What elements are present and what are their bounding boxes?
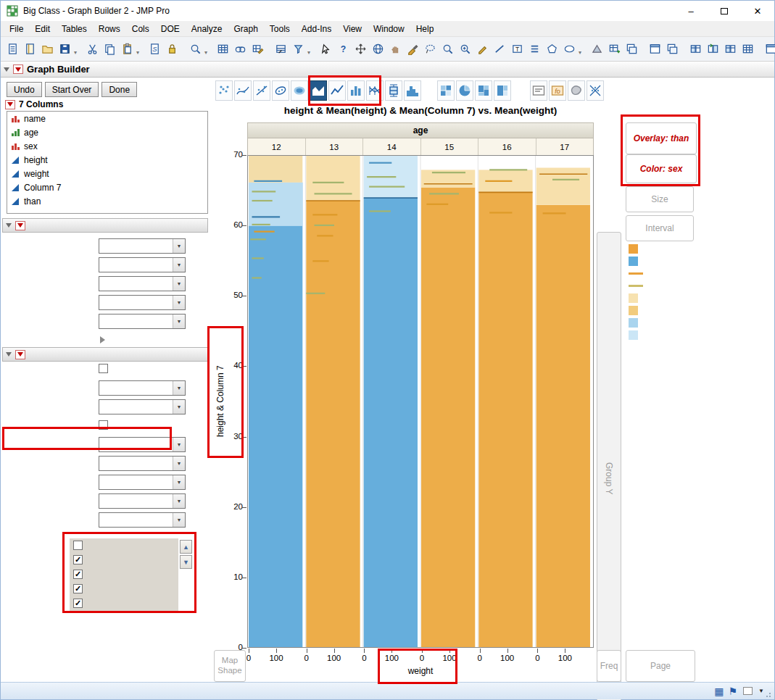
column-item-weight[interactable]: weight bbox=[7, 167, 207, 180]
variable-checkbox[interactable]: ✓ bbox=[73, 599, 83, 608]
find-table-icon[interactable] bbox=[231, 40, 249, 59]
collapse-triangle-icon[interactable] bbox=[6, 352, 12, 357]
column-item-than[interactable]: than bbox=[7, 194, 207, 208]
menu-help[interactable]: Help bbox=[410, 21, 440, 37]
column-item-age[interactable]: age bbox=[7, 125, 207, 139]
parallel-element-icon[interactable] bbox=[366, 80, 384, 101]
x-axis-title[interactable]: weight bbox=[247, 666, 594, 676]
heatmap-element-icon[interactable] bbox=[437, 80, 455, 101]
edit-table-icon[interactable] bbox=[249, 40, 266, 59]
area-element-icon[interactable] bbox=[310, 80, 327, 101]
variable-row-column-7[interactable]: ✓ bbox=[70, 567, 178, 582]
data-table-status-icon[interactable]: ▦ bbox=[714, 686, 724, 697]
triangle-tool-icon[interactable] bbox=[588, 40, 605, 59]
move-up-button[interactable]: ▲ bbox=[180, 540, 192, 554]
label-dropdown[interactable]: ▼ bbox=[99, 314, 186, 329]
group-y-drop-zone[interactable]: Group Y bbox=[597, 232, 621, 700]
histogram-element-icon[interactable] bbox=[404, 80, 421, 101]
legend-item-2[interactable] bbox=[629, 267, 645, 280]
section-header-line[interactable] bbox=[2, 347, 208, 362]
points-element-icon[interactable] bbox=[215, 80, 233, 101]
age-category-17[interactable]: 17 bbox=[536, 138, 594, 155]
missing-values-dropdown[interactable]: ▼ bbox=[99, 512, 186, 528]
menu-window[interactable]: Window bbox=[368, 21, 410, 37]
minimize-button[interactable]: – bbox=[674, 1, 708, 21]
done-button[interactable]: Done bbox=[101, 82, 137, 97]
magnifier-tool-icon[interactable] bbox=[439, 40, 456, 59]
connection-dropdown[interactable]: ▼ bbox=[99, 380, 186, 396]
table-views-icon[interactable] bbox=[739, 40, 756, 59]
globe-tool-icon[interactable] bbox=[369, 40, 386, 59]
row-order-checkbox[interactable] bbox=[99, 364, 108, 373]
age-category-13[interactable]: 13 bbox=[306, 138, 364, 155]
copy-special-icon[interactable]: S bbox=[146, 40, 163, 59]
report-window-icon[interactable] bbox=[663, 40, 681, 59]
variable-row-than[interactable]: ✓ bbox=[70, 582, 178, 596]
brush-tool-icon[interactable] bbox=[404, 40, 421, 59]
column-formula-icon[interactable] bbox=[721, 40, 739, 59]
menu-tools[interactable]: Tools bbox=[264, 21, 296, 37]
map-shape-element-icon[interactable] bbox=[568, 80, 585, 101]
columns-red-triangle-icon[interactable] bbox=[5, 100, 15, 109]
legend-item-6[interactable] bbox=[629, 317, 645, 329]
save-icon[interactable] bbox=[56, 40, 73, 59]
search-icon[interactable] bbox=[186, 40, 204, 59]
lasso-tool-icon[interactable] bbox=[421, 40, 439, 59]
legend-item-0[interactable] bbox=[629, 243, 645, 255]
pencil-tool-icon[interactable] bbox=[473, 40, 491, 59]
color-drop-zone[interactable]: Color: sex bbox=[626, 154, 697, 183]
collapse-triangle-icon[interactable] bbox=[6, 223, 12, 228]
variable-checkbox[interactable]: ✓ bbox=[73, 584, 83, 593]
group-x-axis-band[interactable]: age bbox=[247, 122, 594, 138]
mosaic-element-icon[interactable] bbox=[475, 80, 492, 101]
chart-plot-area[interactable] bbox=[247, 155, 594, 648]
menu-doe[interactable]: DOE bbox=[155, 21, 186, 37]
menu-rows[interactable]: Rows bbox=[93, 21, 126, 37]
flag-status-icon[interactable]: ⚑ bbox=[729, 686, 738, 697]
zoom-in-tool-icon[interactable] bbox=[456, 40, 473, 59]
age-category-16[interactable]: 16 bbox=[478, 138, 536, 155]
ellipse-element-icon[interactable] bbox=[272, 80, 289, 101]
grid-table-icon[interactable] bbox=[605, 40, 623, 59]
variable-checkbox[interactable] bbox=[73, 541, 83, 550]
menu-edit[interactable]: Edit bbox=[29, 21, 56, 37]
variable-checkbox[interactable]: ✓ bbox=[73, 570, 83, 579]
menu-view[interactable]: View bbox=[337, 21, 368, 37]
variable-row-height[interactable]: ✓ bbox=[70, 553, 178, 567]
close-button[interactable]: ✕ bbox=[741, 1, 774, 21]
overlay-drop-zone[interactable]: Overlay: than bbox=[626, 122, 697, 154]
error-interval-dropdown[interactable]: ▼ bbox=[99, 276, 186, 291]
age-category-15[interactable]: 15 bbox=[421, 138, 479, 155]
line-tool-icon[interactable] bbox=[491, 40, 508, 59]
collapse-triangle-icon[interactable] bbox=[4, 67, 9, 72]
line-element-icon[interactable] bbox=[328, 80, 346, 101]
menu-addins[interactable]: Add-Ins bbox=[296, 21, 337, 37]
list-shape-tool-icon[interactable] bbox=[526, 40, 543, 59]
menu-cols[interactable]: Cols bbox=[126, 21, 155, 37]
polygon-tool-icon[interactable] bbox=[543, 40, 560, 59]
new-data-table-icon[interactable] bbox=[4, 40, 21, 59]
oval-tool-icon[interactable] bbox=[560, 40, 578, 59]
copy-icon[interactable] bbox=[101, 40, 118, 59]
variable-row-sex[interactable]: ✓ bbox=[70, 596, 178, 611]
lock-icon[interactable] bbox=[163, 40, 181, 59]
new-journal-icon[interactable] bbox=[21, 40, 38, 59]
size-drop-zone[interactable]: Size bbox=[626, 186, 694, 212]
toolbar-overflow-icon[interactable]: ▾ bbox=[136, 49, 139, 59]
data-filter-icon[interactable] bbox=[289, 40, 307, 59]
row-selection-icon[interactable] bbox=[272, 40, 289, 59]
variables-disclosure-icon[interactable] bbox=[100, 336, 105, 343]
hand-tool-icon[interactable] bbox=[386, 40, 404, 59]
legend-item-4[interactable] bbox=[629, 292, 645, 304]
status-dropdown-arrow-icon[interactable]: ▼ bbox=[758, 688, 764, 694]
red-triangle-menu-icon[interactable] bbox=[15, 221, 25, 230]
caption-box-element-icon[interactable] bbox=[530, 80, 547, 101]
cut-icon[interactable] bbox=[83, 40, 101, 59]
annotate-tool-icon[interactable]: T bbox=[508, 40, 526, 59]
legend-item-3[interactable] bbox=[629, 280, 645, 292]
freq-drop-zone[interactable]: Freq bbox=[597, 650, 621, 682]
open-icon[interactable] bbox=[38, 40, 56, 59]
variable-checkbox[interactable]: ✓ bbox=[73, 555, 83, 564]
column-compare-icon[interactable] bbox=[704, 40, 721, 59]
interval-drop-zone[interactable]: Interval bbox=[626, 215, 694, 241]
